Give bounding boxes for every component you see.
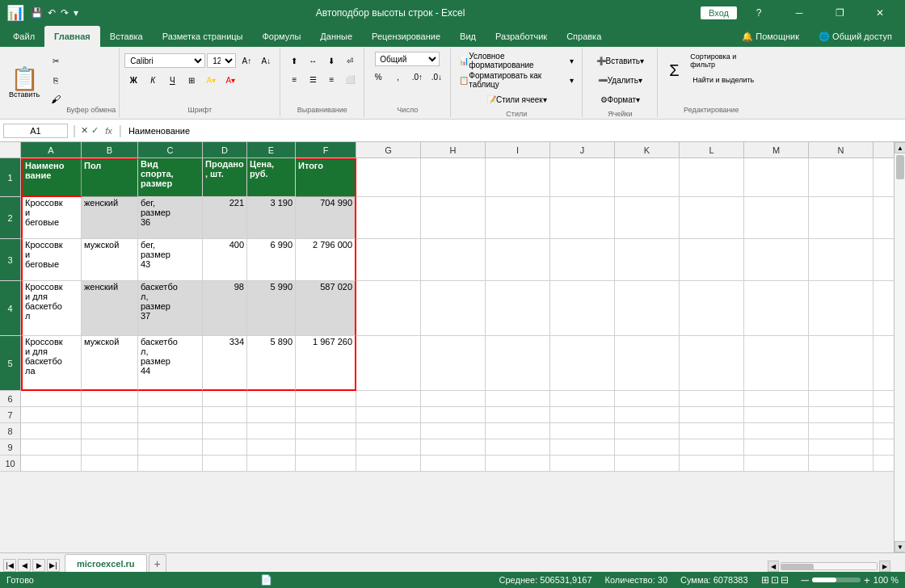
cell-e3[interactable]: 6 990	[247, 239, 296, 281]
cell-g1[interactable]	[356, 158, 421, 197]
cell-a1[interactable]: Наименование	[21, 158, 82, 197]
row-num-3[interactable]: 3	[0, 239, 21, 281]
cell-j3[interactable]	[550, 239, 615, 281]
tab-help[interactable]: Справка	[557, 26, 611, 47]
cell-k3[interactable]	[615, 239, 680, 281]
page-layout-view-button[interactable]: ⊡	[771, 574, 779, 586]
cell-f4[interactable]: 587 020	[296, 281, 356, 336]
cell-g4[interactable]	[356, 281, 421, 336]
zoom-out-button[interactable]: ─	[802, 574, 809, 586]
cell-i2[interactable]	[486, 197, 550, 239]
cell-l1[interactable]	[680, 158, 744, 197]
h-scroll-track[interactable]	[781, 562, 878, 570]
row-num-9[interactable]: 9	[0, 439, 21, 456]
paste-button[interactable]: 📋 Вставить	[3, 50, 45, 116]
col-header-f[interactable]: F	[296, 142, 356, 158]
vertical-scrollbar[interactable]: ▲ ▼	[894, 142, 905, 552]
merge-button[interactable]: ⬜	[341, 70, 359, 88]
row-num-5[interactable]: 5	[0, 336, 21, 391]
tab-view[interactable]: Вид	[450, 26, 486, 47]
col-header-j[interactable]: J	[550, 142, 615, 158]
cell-k4[interactable]	[615, 281, 680, 336]
cell-k2[interactable]	[615, 197, 680, 239]
cell-h3[interactable]	[421, 239, 486, 281]
cell-c2[interactable]: бег,размер36	[138, 197, 203, 239]
cell-e2[interactable]: 3 190	[247, 197, 296, 239]
row-num-6[interactable]: 6	[0, 391, 21, 407]
login-button[interactable]: Вход	[701, 6, 737, 19]
cell-k1[interactable]	[615, 158, 680, 197]
qat-dropdown[interactable]: ▾	[72, 6, 80, 20]
align-right-button[interactable]: ≡	[322, 70, 340, 88]
cell-h4[interactable]	[421, 281, 486, 336]
cell-g5[interactable]	[356, 336, 421, 391]
increase-font-button[interactable]: A↑	[238, 52, 255, 69]
cell-o4[interactable]	[873, 281, 894, 336]
row-num-8[interactable]: 8	[0, 423, 21, 439]
comma-button[interactable]: ,	[389, 68, 406, 86]
col-header-l[interactable]: L	[680, 142, 744, 158]
tab-share[interactable]: 🌐 Общий доступ	[809, 26, 902, 47]
cell-n3[interactable]	[809, 239, 873, 281]
cell-g2[interactable]	[356, 197, 421, 239]
row-num-7[interactable]: 7	[0, 407, 21, 423]
cell-e1[interactable]: Цена,руб.	[247, 158, 296, 197]
cell-j1[interactable]	[550, 158, 615, 197]
cell-g3[interactable]	[356, 239, 421, 281]
font-size-select[interactable]: 12	[207, 53, 236, 68]
tab-page-layout[interactable]: Разметка страницы	[153, 26, 253, 47]
tab-file[interactable]: Файл	[3, 26, 44, 47]
sheet-tab-microexcel[interactable]: microexcel.ru	[65, 554, 147, 572]
insert-cell-button[interactable]: ➕ Вставить ▾	[587, 52, 652, 69]
cell-a6[interactable]	[21, 391, 82, 407]
cell-h1[interactable]	[421, 158, 486, 197]
close-button[interactable]: ✕	[861, 0, 899, 26]
find-select-button[interactable]: Найти и выделить	[687, 71, 760, 89]
cell-o1[interactable]	[873, 158, 894, 197]
cell-h5[interactable]	[421, 336, 486, 391]
cell-a3[interactable]: Кроссовкибеговые	[21, 239, 82, 281]
row-num-1[interactable]: 1	[0, 158, 21, 197]
tab-review[interactable]: Рецензирование	[362, 26, 450, 47]
cell-n2[interactable]	[809, 197, 873, 239]
cell-a5[interactable]: Кроссовки длябаскетбола	[21, 336, 82, 391]
cell-styles-button[interactable]: 📝 Стили ячеек ▾	[456, 90, 577, 108]
copy-button[interactable]: ⎘	[47, 71, 65, 89]
cell-l2[interactable]	[680, 197, 744, 239]
cell-n4[interactable]	[809, 281, 873, 336]
col-header-a[interactable]: A	[21, 142, 82, 158]
tab-home[interactable]: Главная	[44, 26, 100, 47]
col-header-h[interactable]: H	[421, 142, 486, 158]
cell-b1[interactable]: Пол	[82, 158, 138, 197]
format-painter-button[interactable]: 🖌	[47, 90, 65, 108]
minimize-button[interactable]: ─	[781, 0, 818, 26]
h-scroll-left-button[interactable]: ◀	[768, 561, 779, 572]
cell-l3[interactable]	[680, 239, 744, 281]
align-middle-button[interactable]: ↔	[304, 52, 322, 69]
tab-developer[interactable]: Разработчик	[486, 26, 557, 47]
scroll-up-arrow[interactable]: ▲	[894, 142, 905, 153]
conditional-format-button[interactable]: 📊 Условное форматирование ▾	[456, 52, 577, 69]
cell-c4[interactable]: баскетбол,размер37	[138, 281, 203, 336]
col-header-d[interactable]: D	[203, 142, 247, 158]
h-scroll-right-button[interactable]: ▶	[879, 561, 890, 572]
cell-h2[interactable]	[421, 197, 486, 239]
fill-color-button[interactable]: A▾	[202, 71, 220, 89]
format-as-table-button[interactable]: 📋 Форматировать как таблицу ▾	[456, 71, 577, 89]
cell-d3[interactable]: 400	[203, 239, 247, 281]
col-header-i[interactable]: I	[486, 142, 550, 158]
cell-a2[interactable]: Кроссовкибеговые	[21, 197, 82, 239]
cell-j4[interactable]	[550, 281, 615, 336]
font-color-button[interactable]: A▾	[221, 71, 239, 89]
col-header-k[interactable]: K	[615, 142, 680, 158]
cell-f1[interactable]: Итого	[296, 158, 356, 197]
confirm-formula-button[interactable]: ✓	[91, 125, 99, 136]
zoom-in-button[interactable]: +	[864, 574, 870, 586]
cell-d5[interactable]: 334	[203, 336, 247, 391]
normal-view-button[interactable]: ⊞	[761, 574, 769, 586]
sort-filter-button[interactable]: Сортировка и фильтр	[687, 52, 760, 69]
row-num-4[interactable]: 4	[0, 281, 21, 336]
redo-button[interactable]: ↷	[59, 6, 70, 20]
increase-decimal-button[interactable]: .0↑	[408, 68, 426, 86]
cell-c3[interactable]: бег,размер43	[138, 239, 203, 281]
